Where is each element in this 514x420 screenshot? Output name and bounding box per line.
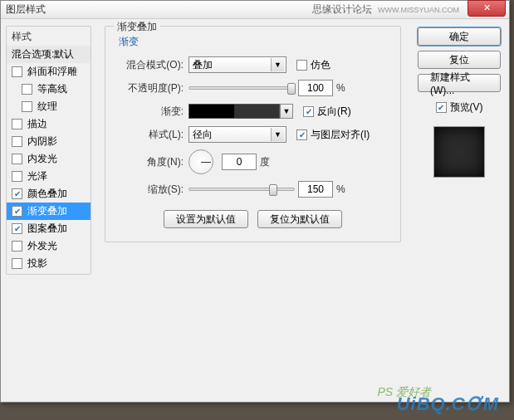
sub-title: 渐变 (119, 35, 390, 49)
style-item[interactable]: 内发光 (7, 150, 91, 168)
style-item-label: 渐变叠加 (27, 204, 67, 218)
forum-text: 思缘设计论坛 WWW.MISSYUAN.COM (312, 2, 459, 17)
action-panel: 确定 复位 新建样式(W)... 预览(V) (409, 19, 509, 402)
style-item-label: 投影 (27, 256, 47, 271)
opacity-row: 不透明度(P): 100 % (115, 79, 390, 97)
scale-slider[interactable] (188, 188, 295, 191)
chevron-down-icon: ▼ (271, 58, 284, 71)
preview-thumbnail (433, 126, 485, 178)
scale-input[interactable]: 150 (298, 181, 333, 198)
styles-legend: 样式 (7, 28, 91, 46)
checkbox-icon (436, 102, 447, 113)
style-item[interactable]: 等高线 (7, 81, 91, 98)
cancel-button[interactable]: 复位 (418, 51, 501, 69)
checkbox-icon[interactable] (12, 223, 22, 234)
style-item[interactable]: 外发光 (7, 237, 91, 255)
scale-row: 缩放(S): 150 % (115, 180, 390, 198)
close-button[interactable]: ✕ (467, 0, 506, 17)
style-item-label: 纹理 (37, 100, 57, 114)
style-item[interactable]: 描边 (7, 115, 91, 133)
checkbox-icon[interactable] (12, 136, 22, 147)
angle-dial[interactable] (188, 149, 213, 174)
angle-row: 角度(N): 0 度 (115, 149, 390, 175)
checkbox-icon (303, 106, 314, 117)
gradient-picker[interactable]: ▼ (188, 104, 280, 119)
layer-style-dialog: 图层样式 思缘设计论坛 WWW.MISSYUAN.COM ✕ 样式 混合选项:默… (0, 0, 510, 403)
checkbox-icon[interactable] (22, 84, 32, 95)
blend-mode-label: 混合模式(O): (115, 58, 184, 72)
gradient-label: 渐变: (115, 105, 184, 119)
checkbox-icon[interactable] (12, 119, 22, 129)
align-checkbox[interactable]: 与图层对齐(I) (296, 128, 370, 142)
angle-input[interactable]: 0 (222, 154, 257, 170)
slider-thumb[interactable] (287, 83, 296, 95)
styles-fieldset: 样式 混合选项:默认 斜面和浮雕等高线纹理描边内阴影内发光光泽颜色叠加渐变叠加图… (6, 26, 91, 275)
checkbox-icon (296, 129, 307, 140)
style-item-label: 内阴影 (27, 134, 57, 149)
style-item-label: 等高线 (37, 82, 67, 96)
gradient-row: 渐变: ▼ 反向(R) (115, 102, 390, 120)
dither-checkbox[interactable]: 仿色 (296, 58, 330, 72)
style-row: 样式(L): 径向 ▼ 与图层对齐(I) (115, 125, 390, 144)
window-title: 图层样式 (6, 2, 46, 17)
style-item[interactable]: 内阴影 (7, 133, 91, 150)
blend-options-header[interactable]: 混合选项:默认 (7, 46, 91, 63)
checkbox-icon[interactable] (12, 188, 22, 199)
checkbox-icon (296, 60, 307, 71)
scale-label: 缩放(S): (115, 183, 184, 197)
checkbox-icon[interactable] (12, 258, 22, 269)
default-buttons-row: 设置为默认值 复位为默认值 (115, 210, 390, 228)
opacity-input[interactable]: 100 (298, 80, 333, 96)
style-item-label: 图案叠加 (27, 222, 67, 236)
reverse-checkbox[interactable]: 反向(R) (303, 105, 351, 119)
checkbox-icon[interactable] (12, 171, 22, 182)
checkbox-icon[interactable] (12, 154, 22, 164)
preview-checkbox[interactable]: 预览(V) (436, 100, 483, 115)
style-item-label: 内发光 (27, 152, 57, 166)
style-item-label: 光泽 (27, 169, 47, 183)
style-item[interactable]: 投影 (7, 255, 91, 272)
chevron-down-icon[interactable]: ▼ (280, 104, 293, 119)
style-item[interactable]: 颜色叠加 (7, 185, 91, 203)
style-item-label: 描边 (27, 117, 47, 131)
group-title: 渐变叠加 (114, 20, 160, 34)
checkbox-icon[interactable] (12, 206, 22, 217)
style-item-label: 颜色叠加 (27, 187, 67, 201)
styles-list: 混合选项:默认 斜面和浮雕等高线纹理描边内阴影内发光光泽颜色叠加渐变叠加图案叠加… (7, 46, 91, 272)
checkbox-icon[interactable] (22, 101, 32, 112)
style-label: 样式(L): (115, 128, 184, 142)
styles-panel: 样式 混合选项:默认 斜面和浮雕等高线纹理描边内阴影内发光光泽颜色叠加渐变叠加图… (1, 19, 96, 402)
chevron-down-icon: ▼ (271, 128, 284, 141)
gradient-overlay-group: 渐变叠加 渐变 混合模式(O): 叠加 ▼ 仿色 不透明度(P): (105, 26, 401, 242)
new-style-button[interactable]: 新建样式(W)... (418, 74, 501, 92)
opacity-slider[interactable] (188, 86, 295, 90)
style-select[interactable]: 径向 ▼ (188, 126, 286, 143)
ok-button[interactable]: 确定 (418, 27, 501, 46)
checkbox-icon[interactable] (12, 66, 22, 77)
style-item[interactable]: 图案叠加 (7, 220, 91, 237)
watermark-main: UiBQ.CƠM (397, 393, 499, 415)
style-item-label: 斜面和浮雕 (27, 65, 77, 79)
style-item-label: 外发光 (27, 239, 57, 253)
slider-thumb[interactable] (269, 184, 277, 196)
dialog-body: 样式 混合选项:默认 斜面和浮雕等高线纹理描边内阴影内发光光泽颜色叠加渐变叠加图… (1, 19, 509, 402)
options-panel: 渐变叠加 渐变 混合模式(O): 叠加 ▼ 仿色 不透明度(P): (96, 19, 409, 402)
reset-default-button[interactable]: 复位为默认值 (257, 210, 342, 228)
style-item[interactable]: 光泽 (7, 168, 91, 185)
checkbox-icon[interactable] (12, 241, 22, 252)
blend-mode-select[interactable]: 叠加 ▼ (188, 56, 286, 73)
style-item[interactable]: 渐变叠加 (7, 203, 91, 220)
titlebar: 图层样式 思缘设计论坛 WWW.MISSYUAN.COM ✕ (1, 1, 509, 19)
style-item[interactable]: 斜面和浮雕 (7, 63, 91, 81)
style-item[interactable]: 纹理 (7, 98, 91, 115)
make-default-button[interactable]: 设置为默认值 (164, 210, 248, 228)
angle-label: 角度(N): (115, 155, 184, 169)
blend-mode-row: 混合模式(O): 叠加 ▼ 仿色 (115, 56, 390, 74)
opacity-label: 不透明度(P): (115, 81, 184, 95)
